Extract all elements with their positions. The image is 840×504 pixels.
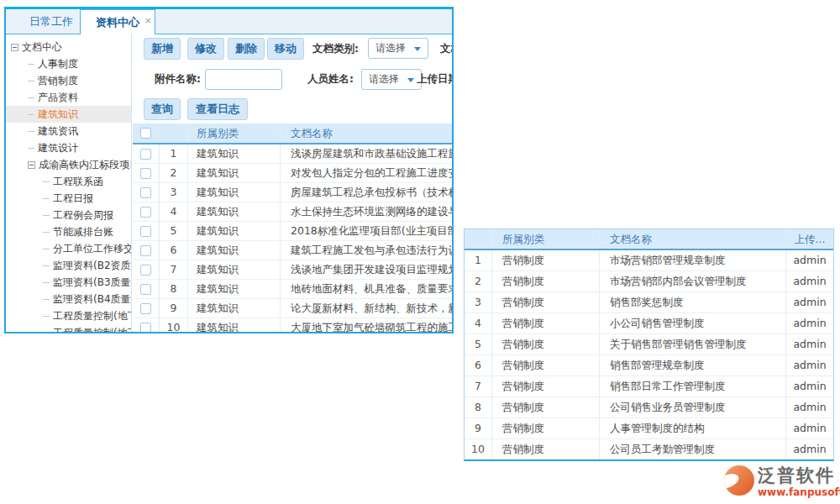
cell-uploader: admin bbox=[786, 397, 833, 417]
tree-dash bbox=[43, 232, 50, 233]
marketing-doc-table: 所属别类 文档名称 上传... 1 营销制度 市场营销部管理规章制度 admin… bbox=[464, 228, 834, 461]
tree-item-hr-policy[interactable]: 人事制度 bbox=[6, 55, 131, 72]
tree-item-contact-letter[interactable]: 工程联系函 bbox=[6, 173, 131, 190]
table-row[interactable]: 7 建筑知识 浅谈地产集团开发建设项目监理规划编... bbox=[133, 260, 452, 280]
row-checkbox[interactable] bbox=[140, 323, 151, 333]
tree-item-marketing-policy[interactable]: 营销制度 bbox=[6, 72, 131, 89]
select-all-checkbox[interactable] bbox=[140, 128, 151, 139]
tree-item-construction-knowledge[interactable]: 建筑知识 bbox=[6, 106, 131, 123]
tab-close-icon[interactable]: × bbox=[144, 8, 152, 34]
table-row[interactable]: 5 营销制度 关于销售部管理销售管理制度 admin bbox=[465, 334, 833, 355]
row-checkbox[interactable] bbox=[140, 187, 151, 198]
table-row[interactable]: 3 营销制度 销售部奖惩制度 admin bbox=[465, 292, 833, 313]
cell-doc-name: 市场营销部内部会议管理制度 bbox=[600, 271, 786, 291]
cell-doc-name: 关于销售部管理销售管理制度 bbox=[600, 334, 786, 354]
tree-item-construction-news[interactable]: 建筑资讯 bbox=[6, 123, 131, 139]
table-row[interactable]: 6 建筑知识 建筑工程施工发包与承包违法行为认定... bbox=[133, 241, 452, 260]
row-checkbox[interactable] bbox=[140, 149, 151, 160]
query-row: 查询 查看日志 bbox=[133, 98, 452, 122]
doc-category-select[interactable]: 请选择 bbox=[368, 38, 428, 59]
table-row[interactable]: 2 营销制度 市场营销部内部会议管理制度 admin bbox=[465, 271, 833, 292]
person-name-select[interactable]: 请选择 bbox=[361, 69, 422, 90]
header-uploader: 上传... bbox=[786, 229, 833, 249]
tree-dash bbox=[43, 249, 50, 249]
header-category: 所属别类 bbox=[492, 229, 600, 249]
row-checkbox[interactable] bbox=[140, 226, 151, 237]
tree-item-doc-center[interactable]: 文档中心 bbox=[6, 39, 131, 55]
cell-category: 营销制度 bbox=[492, 292, 600, 312]
edit-button[interactable]: 修改 bbox=[187, 38, 224, 60]
cell-uploader: admin bbox=[786, 418, 833, 438]
cell-seq: 2 bbox=[465, 271, 492, 291]
tab-daily-work[interactable]: 日常工作 bbox=[14, 9, 88, 34]
tree-item-work-transfer[interactable]: 分工单位工作移交 bbox=[6, 240, 131, 257]
collapse-icon[interactable] bbox=[11, 44, 18, 51]
query-button[interactable]: 查询 bbox=[144, 98, 181, 120]
header-doc-name: 文档名称 bbox=[600, 229, 786, 249]
cell-uploader: admin bbox=[786, 250, 833, 270]
row-checkbox[interactable] bbox=[140, 303, 151, 314]
cell-category: 建筑知识 bbox=[188, 299, 281, 318]
tree-dash bbox=[28, 64, 34, 65]
tree-item-construction-design[interactable]: 建筑设计 bbox=[6, 139, 131, 156]
cell-category: 营销制度 bbox=[492, 250, 600, 270]
table-row[interactable]: 4 营销制度 小公司销售管理制度 admin bbox=[465, 313, 833, 334]
table-row[interactable]: 3 建筑知识 房屋建筑工程总承包投标书（技术标）... bbox=[133, 183, 452, 202]
cell-seq: 5 bbox=[465, 334, 492, 354]
cell-doc-name: 市场营销部管理规章制度 bbox=[600, 250, 786, 270]
tree-item-energy-ledger[interactable]: 节能减排台账 bbox=[6, 223, 131, 240]
row-checkbox[interactable] bbox=[140, 207, 151, 218]
row-checkbox[interactable] bbox=[140, 245, 151, 256]
table-row[interactable]: 8 营销制度 公司销售业务员管理制度 admin bbox=[465, 397, 833, 418]
table-row[interactable]: 1 建筑知识 浅谈房屋建筑和市政基础设施工程施工... bbox=[133, 144, 452, 164]
table-row[interactable]: 8 建筑知识 地砖地面材料、机具准备、质量要求及... bbox=[133, 280, 452, 299]
table-row[interactable]: 4 建筑知识 水土保持生态环境监测网络的建设与资... bbox=[133, 202, 452, 222]
cell-uploader: admin bbox=[786, 334, 833, 354]
cell-category: 营销制度 bbox=[492, 355, 600, 375]
table-row[interactable]: 9 营销制度 人事管理制度的结构 admin bbox=[465, 418, 833, 439]
cell-category: 建筑知识 bbox=[188, 222, 281, 240]
cell-uploader: admin bbox=[786, 271, 833, 291]
cell-doc-name: 销售部管理规章制度 bbox=[600, 355, 786, 375]
tree-item-supervision-b2[interactable]: 监理资料(B2资质) bbox=[6, 257, 131, 274]
cell-seq: 2 bbox=[160, 164, 188, 182]
attachment-name-input[interactable] bbox=[205, 69, 282, 90]
tree-dash bbox=[28, 97, 34, 98]
table-row[interactable]: 10 营销制度 公司员工考勤管理制度 admin bbox=[465, 439, 833, 460]
tree-item-product-data[interactable]: 产品资料 bbox=[6, 89, 131, 106]
collapse-icon[interactable] bbox=[28, 161, 35, 169]
tree-item-quality-basement[interactable]: 工程质量控制(地下室) bbox=[6, 307, 131, 324]
tree-item-weekly-meeting[interactable]: 工程例会周报 bbox=[6, 207, 131, 223]
tree-item-supervision-b3[interactable]: 监理资料(B3质量控制) bbox=[6, 274, 131, 291]
cell-category: 营销制度 bbox=[492, 418, 600, 438]
cell-seq: 10 bbox=[160, 318, 188, 332]
row-checkbox[interactable] bbox=[140, 168, 151, 179]
move-button[interactable]: 移动 bbox=[267, 38, 304, 60]
table-row[interactable]: 5 建筑知识 2018标准化监理项目部(业主项目部)人员... bbox=[133, 222, 452, 241]
tree-item-project-root[interactable]: 成渝高铁内江标段项目 bbox=[6, 156, 131, 173]
table-row[interactable]: 10 建筑知识 大厦地下室加气砼墙砌筑工程的施工方... bbox=[133, 318, 452, 332]
cell-seq: 7 bbox=[465, 376, 492, 396]
clipped-doc-label: 文档 bbox=[440, 38, 452, 60]
tree-item-supervision-b4[interactable]: 监理资料(B4质量控制) bbox=[6, 291, 131, 307]
table-row[interactable]: 7 营销制度 销售部日常工作管理制度 admin bbox=[465, 376, 833, 397]
cell-doc-name: 地砖地面材料、机具准备、质量要求及... bbox=[281, 280, 452, 298]
row-checkbox[interactable] bbox=[140, 284, 151, 295]
view-log-button[interactable]: 查看日志 bbox=[187, 98, 248, 120]
delete-button[interactable]: 删除 bbox=[228, 38, 265, 60]
tab-data-center[interactable]: 资料中心 × bbox=[80, 9, 155, 35]
add-button[interactable]: 新增 bbox=[144, 38, 181, 60]
document-table: 所属别类 文档名称 1 建筑知识 浅谈房屋建筑和市政基础设施工程施工... 2 … bbox=[133, 123, 452, 332]
row-checkbox[interactable] bbox=[140, 265, 151, 276]
table-row[interactable]: 1 营销制度 市场营销部管理规章制度 admin bbox=[465, 250, 833, 271]
tree-dash bbox=[28, 81, 34, 81]
cell-seq: 8 bbox=[465, 397, 492, 417]
tree-item-daily-report[interactable]: 工程日报 bbox=[6, 190, 131, 207]
document-list-area: 新增 修改 删除 移动 文档类别: 请选择 文档 附件名称: 人员姓名: 请选择 bbox=[133, 34, 452, 332]
table-row[interactable]: 2 建筑知识 对发包人指定分包的工程施工进度安排... bbox=[133, 164, 452, 183]
table-row[interactable]: 9 建筑知识 论大厦新材料、新结构、新技术，新工... bbox=[133, 299, 452, 318]
tree-item-clipped[interactable]: 工程质量控制(地下室) bbox=[6, 324, 131, 332]
document-tree-sidebar: 文档中心 人事制度 营销制度 产品资料 建筑知识 bbox=[6, 34, 132, 332]
cell-category: 建筑知识 bbox=[188, 241, 281, 260]
table-row[interactable]: 6 营销制度 销售部管理规章制度 admin bbox=[465, 355, 833, 376]
